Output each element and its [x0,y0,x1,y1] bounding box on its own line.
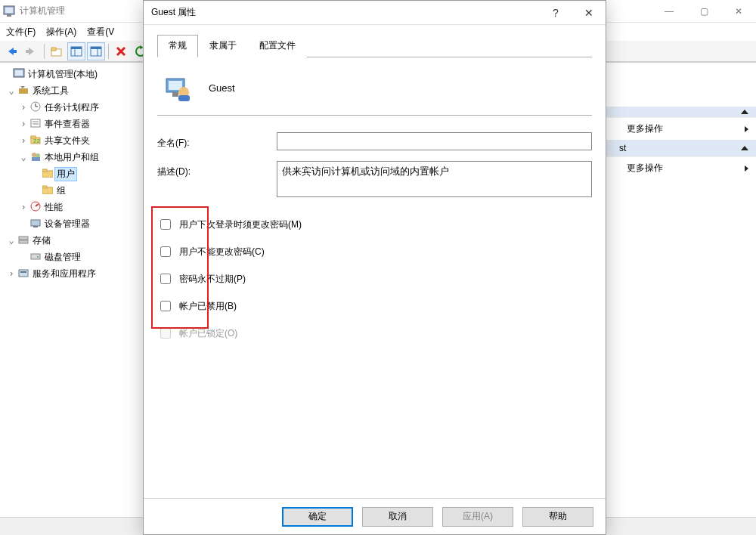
chk-must-change-password[interactable]: 用户下次登录时须更改密码(M) [157,211,592,238]
tree-services-apps[interactable]: ›服务和应用程序 [2,265,141,282]
menu-file[interactable]: 文件(F) [6,26,36,39]
chk-must-change-password-box[interactable] [160,219,171,230]
chk-cannot-change-password[interactable]: 用户不能更改密码(C) [157,238,592,265]
delete-button[interactable] [112,42,130,60]
svg-point-45 [37,256,39,258]
svg-rect-2 [7,14,11,17]
svg-rect-37 [42,186,47,188]
svg-rect-19 [15,70,23,76]
svg-rect-4 [13,50,17,53]
dialog-buttons: 确定 取消 应用(A) 帮助 [144,498,606,534]
svg-marker-3 [8,48,14,55]
tab-member-of[interactable]: 隶属于 [198,35,248,57]
chk-password-never-expires-box[interactable] [160,274,171,284]
svg-rect-1 [5,8,13,13]
tree-storage[interactable]: ⌄存储 [2,232,141,249]
cancel-button[interactable]: 取消 [362,507,433,527]
svg-rect-41 [33,226,38,227]
dialog-body: 常规 隶属于 配置文件 Guest 全名(F): 描述(D): 供来宾访问计算机… [144,25,606,498]
tree-performance[interactable]: ›性能 [2,199,141,215]
apply-button[interactable]: 应用(A) [442,507,513,527]
checkbox-group: 用户下次登录时须更改密码(M) 用户不能更改密码(C) 密码永不过期(P) 帐户… [157,211,592,347]
chk-account-disabled-box[interactable] [160,301,171,311]
close-button[interactable]: ✕ [721,0,756,22]
maximize-button[interactable]: ▢ [686,0,721,22]
tree-panel: 计算机管理(本地) ⌄系统工具 ›任务计划程序 ›事件查看器 ›22共享文件夹 … [0,63,144,535]
chk-account-locked-box [160,328,171,339]
svg-rect-42 [19,237,28,240]
svg-rect-44 [31,254,40,259]
svg-rect-25 [31,119,40,127]
actions-panel: 更多操作 st 更多操作 [605,63,756,509]
chk-password-never-expires[interactable]: 密码永不过期(P) [157,265,592,292]
nav-forward-button[interactable] [23,42,41,60]
svg-rect-10 [71,47,82,49]
chk-account-disabled[interactable]: 帐户已禁用(B) [157,292,592,320]
svg-rect-13 [91,47,101,49]
guest-properties-dialog: Guest 属性 ? ✕ 常规 隶属于 配置文件 Guest 全名(F): [143,0,606,535]
actions-header-2[interactable]: st [606,140,756,157]
tree-system-tools[interactable]: ⌄系统工具 [2,82,141,99]
collapse-icon [741,110,748,114]
tree-root[interactable]: 计算机管理(本地) [2,66,141,82]
minimize-button[interactable]: — [652,0,686,22]
user-icon [163,74,191,101]
tree-disk-management[interactable]: 磁盘管理 [2,249,141,265]
svg-rect-47 [20,271,26,273]
svg-point-31 [32,153,36,157]
show-hide-actions-button[interactable] [87,42,105,60]
tree-task-scheduler[interactable]: ›任务计划程序 [2,99,141,116]
dialog-title: Guest 属性 [151,6,196,19]
show-hide-tree-button[interactable] [67,42,85,60]
svg-marker-21 [20,86,25,88]
ok-button[interactable]: 确定 [282,507,353,527]
menu-action[interactable]: 操作(A) [46,26,76,39]
svg-text:22: 22 [33,138,40,144]
svg-rect-40 [31,220,40,226]
nav-back-button[interactable] [3,42,21,60]
user-name: Guest [209,82,235,94]
fullname-input[interactable] [277,132,592,150]
description-input[interactable]: 供来宾访问计算机或访问域的内置帐户 [277,161,592,197]
more-actions-2[interactable]: 更多操作 [606,157,756,179]
description-label: 描述(D): [157,161,277,178]
svg-rect-20 [19,88,28,94]
tab-general[interactable]: 常规 [157,35,198,57]
svg-rect-52 [178,95,190,101]
svg-rect-46 [19,270,28,277]
toolbar-separator [44,44,45,59]
svg-rect-6 [26,50,29,53]
main-title: 计算机管理 [20,5,65,17]
collapse-icon [741,146,748,150]
expand-icon [745,126,748,132]
tree-users[interactable]: 用户 [2,165,141,182]
dialog-tabs: 常规 隶属于 配置文件 [157,34,592,57]
svg-rect-33 [32,157,40,161]
menu-view[interactable]: 查看(V [87,26,114,39]
svg-rect-50 [172,92,178,97]
help-button[interactable]: 帮助 [522,507,593,527]
svg-rect-43 [19,240,28,243]
dialog-close-button[interactable]: ✕ [572,1,606,24]
tab-profile[interactable]: 配置文件 [248,35,307,57]
field-description: 描述(D): 供来宾访问计算机或访问域的内置帐户 [157,161,592,197]
tree-shared-folders[interactable]: ›22共享文件夹 [2,132,141,149]
svg-marker-5 [29,48,34,55]
chk-cannot-change-password-box[interactable] [160,246,171,257]
tree-device-manager[interactable]: 设备管理器 [2,215,141,232]
app-icon [3,5,15,17]
expand-icon [745,165,748,172]
dialog-help-button[interactable]: ? [539,1,572,24]
tree-groups[interactable]: 组 [2,182,141,199]
up-button[interactable] [48,42,66,60]
more-actions-1[interactable]: 更多操作 [606,118,756,140]
tree-local-users-groups[interactable]: ⌄本地用户和组 [2,149,141,165]
dialog-titlebar[interactable]: Guest 属性 ? ✕ [144,1,606,25]
tree-event-viewer[interactable]: ›事件查看器 [2,116,141,132]
svg-rect-8 [51,48,56,51]
svg-rect-35 [42,169,47,172]
field-fullname: 全名(F): [157,132,592,150]
actions-header-1[interactable] [606,107,756,118]
fullname-label: 全名(F): [157,132,277,150]
toolbar-separator [108,44,109,59]
